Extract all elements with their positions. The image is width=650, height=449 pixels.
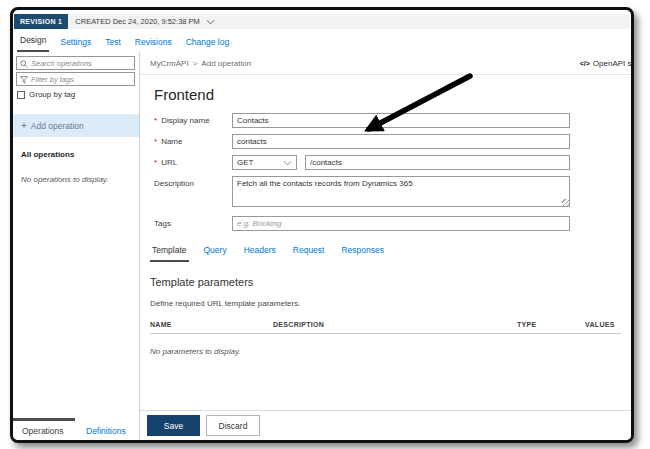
screenshot-frame: REVISION 1 CREATED Dec 24, 2020, 9:52:38… [10, 7, 634, 443]
tab-template[interactable]: Template [150, 245, 189, 262]
tab-definitions[interactable]: Definitions [86, 426, 126, 436]
parameters-table: NAME DESCRIPTION TYPE VALUES No paramete… [150, 321, 621, 356]
tab-operations[interactable]: Operations [22, 426, 64, 436]
group-by-tag-row: Group by tag [17, 90, 139, 99]
name-label: *Name [154, 134, 232, 149]
url-label: *URL [154, 155, 232, 170]
column-header-type: TYPE [517, 321, 585, 328]
plus-icon: + [21, 121, 27, 131]
breadcrumb-api-link[interactable]: MyCrmAPI [150, 59, 189, 68]
display-name-input[interactable] [232, 113, 570, 128]
column-header-values: VALUES [585, 321, 621, 328]
tab-responses[interactable]: Responses [339, 245, 386, 262]
openapi-specification-link[interactable]: </> OpenAPI sp [580, 59, 631, 68]
add-operation-label: Add operation [31, 121, 84, 131]
filter-icon [20, 70, 28, 88]
parameters-table-header: NAME DESCRIPTION TYPE VALUES [150, 321, 621, 334]
required-asterisk: * [154, 158, 157, 167]
required-asterisk: * [154, 116, 157, 125]
page-title: Frontend [154, 86, 631, 103]
filter-tags-field [16, 72, 135, 86]
url-input[interactable] [305, 155, 570, 170]
code-icon: </> [580, 60, 590, 67]
search-operations-input[interactable] [31, 59, 131, 68]
tab-request[interactable]: Request [291, 245, 327, 262]
add-operation-button[interactable]: + Add operation [13, 114, 139, 137]
breadcrumb-separator: > [193, 59, 198, 68]
tags-input[interactable] [232, 216, 570, 231]
group-by-tag-checkbox[interactable] [17, 91, 25, 99]
parameter-tab-bar: Template Query Headers Request Responses [150, 245, 631, 262]
tab-revisions[interactable]: Revisions [132, 37, 175, 52]
tab-settings[interactable]: Settings [57, 37, 94, 52]
column-header-name: NAME [150, 321, 273, 328]
breadcrumb-current-page: Add operation [201, 59, 251, 68]
resize-handle-icon[interactable] [562, 199, 569, 206]
save-button[interactable]: Save [147, 415, 200, 436]
discard-button[interactable]: Discard [206, 415, 260, 436]
revision-bar: REVISION 1 CREATED Dec 24, 2020, 9:52:38… [14, 14, 630, 29]
no-operations-message: No operations to display. [21, 175, 139, 184]
breadcrumb: MyCrmAPI > Add operation </> OpenAPI sp [140, 52, 631, 75]
chevron-down-icon[interactable] [206, 19, 215, 25]
template-parameters-title: Template parameters [150, 276, 631, 288]
frontend-form: *Display name *Name *URL GET [154, 113, 631, 231]
group-by-tag-label: Group by tag [29, 90, 75, 99]
required-asterisk: * [154, 137, 157, 146]
sidebar-bottom-tabs: Operations Definitions [13, 418, 139, 440]
tab-headers[interactable]: Headers [242, 245, 278, 262]
revision-badge: REVISION 1 [14, 14, 68, 29]
tab-test[interactable]: Test [102, 37, 124, 52]
main-panel: MyCrmAPI > Add operation </> OpenAPI sp … [140, 52, 631, 440]
description-label: Description [154, 176, 232, 207]
form-footer: Save Discard [140, 410, 631, 440]
search-operations-field [16, 56, 135, 70]
active-tab-indicator [13, 418, 75, 421]
openapi-link-label: OpenAPI sp [593, 59, 631, 68]
chevron-down-icon [283, 160, 292, 166]
description-textarea[interactable] [232, 176, 570, 207]
column-header-description: DESCRIPTION [273, 321, 517, 328]
http-method-select[interactable]: GET [232, 155, 297, 170]
filter-tags-input[interactable] [31, 75, 131, 84]
revision-created-text: CREATED Dec 24, 2020, 9:52:38 PM [75, 17, 200, 26]
all-operations-label: All operations [21, 150, 139, 159]
display-name-label: *Display name [154, 113, 232, 128]
name-input[interactable] [232, 134, 570, 149]
tags-label: Tags [154, 216, 232, 231]
tab-query[interactable]: Query [202, 245, 229, 262]
no-parameters-message: No parameters to display. [150, 347, 621, 356]
http-method-value: GET [237, 158, 253, 167]
tab-change-log[interactable]: Change log [183, 37, 232, 52]
operations-sidebar: Group by tag + Add operation All operati… [13, 52, 140, 440]
tab-design[interactable]: Design [17, 35, 49, 52]
template-parameters-subtitle: Define required URL template parameters. [150, 299, 631, 308]
top-tab-bar: Design Settings Test Revisions Change lo… [15, 29, 631, 52]
